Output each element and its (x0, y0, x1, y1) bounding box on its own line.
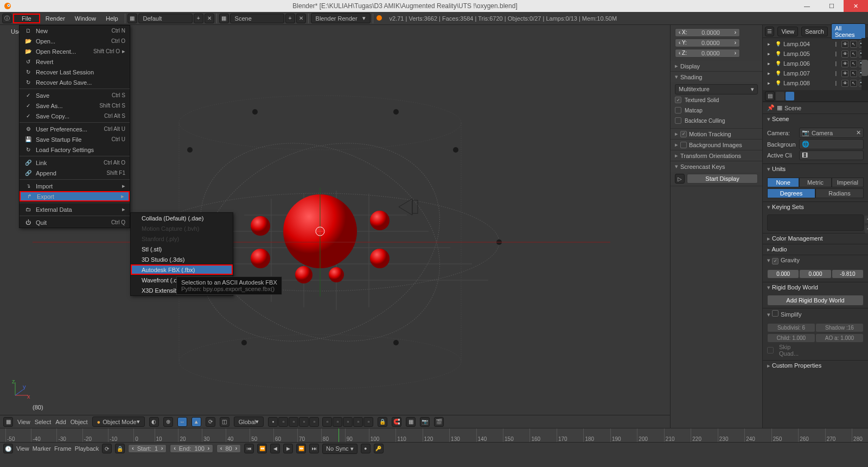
shading-mode-select[interactable]: Multitexture▾ (675, 84, 758, 94)
keying-panel-header[interactable]: Keying Sets (763, 202, 868, 212)
keying-add-icon[interactable]: + (864, 215, 868, 224)
scene-panel-header[interactable]: Scene (763, 114, 868, 124)
disclosure-icon[interactable]: ▸ (765, 61, 773, 66)
visibility-toggle[interactable]: 👁 (841, 41, 848, 48)
tl-jump-start-icon[interactable]: ⏮ (244, 444, 254, 453)
disclosure-icon[interactable]: ▸ (765, 71, 773, 76)
file-menu-revert[interactable]: ↺Revert (20, 56, 130, 67)
export-autodesk-fbx-fbx-[interactable]: Autodesk FBX (.fbx) (131, 264, 233, 275)
loc-y[interactable]: ‹ Y: 0.0000 › (675, 39, 740, 47)
vp-menu-view[interactable]: View (17, 419, 30, 425)
3d-viewport[interactable]: User (0, 25, 670, 428)
loc-z[interactable]: ‹ Z: 0.0000 › (675, 49, 740, 58)
gravity-y[interactable]: 0.000 (799, 269, 831, 279)
pin-icon[interactable]: 📌 (767, 104, 775, 111)
tl-menu-frame[interactable]: Frame (54, 445, 72, 452)
loc-x[interactable]: ‹ X: 0.0000 › (675, 28, 740, 37)
rigidbody-panel-header[interactable]: Rigid Body World (763, 282, 868, 293)
snap-icon[interactable]: 🧲 (392, 417, 401, 427)
select-toggle[interactable]: ↖ (850, 51, 857, 58)
panel-shading-header[interactable]: Shading (671, 72, 762, 82)
mode-selector[interactable]: ●Object Mode ▾ (92, 416, 145, 427)
file-menu-user-preferences-[interactable]: ⚙User Preferences...Ctrl Alt U (20, 124, 130, 134)
timeline-editor-icon[interactable]: 🕒 (3, 444, 13, 453)
tl-current[interactable]: ‹ 80 › (216, 444, 241, 453)
render-preview-icon[interactable]: 📷 (420, 417, 430, 427)
customprops-panel-header[interactable]: Custom Properties (763, 361, 868, 371)
layout-add-icon[interactable]: + (194, 14, 203, 23)
tl-lock-icon[interactable]: 🔒 (115, 444, 125, 453)
manip-translate-icon[interactable]: ▲ (192, 417, 201, 427)
tl-next-key-icon[interactable]: ⏩ (296, 444, 306, 453)
file-menu-new[interactable]: 🗋NewCtrl N (20, 26, 130, 36)
file-menu-open-recent-[interactable]: 📂Open Recent...Shift Ctrl O▸ (20, 46, 130, 56)
file-menu-external-data[interactable]: 🗀External Data▸ (20, 204, 130, 214)
file-menu-open-[interactable]: 📂Open...Ctrl O (20, 36, 130, 46)
chk-textured-solid[interactable]: ✓ (675, 97, 681, 103)
tl-menu-playback[interactable]: Playback (75, 445, 99, 452)
props-editor-icon[interactable]: ▤ (765, 91, 775, 101)
shading-solid-icon[interactable]: ◐ (149, 417, 159, 427)
tl-play-icon[interactable]: ▶ (283, 444, 293, 453)
select-toggle[interactable]: ↖ (850, 70, 857, 77)
panel-bgimg-header[interactable]: Background Images (671, 140, 762, 150)
units-panel-header[interactable]: Units (763, 164, 868, 174)
gravity-x[interactable]: 0.000 (767, 269, 799, 279)
simplify-panel-header[interactable]: Simplify (763, 308, 868, 320)
file-menu-save-as-[interactable]: ✓Save As...Shift Ctrl S (20, 100, 130, 111)
outliner-editor-icon[interactable]: ☰ (765, 27, 774, 36)
file-menu-recover-auto-save-[interactable]: ↻Recover Auto Save... (20, 77, 130, 87)
activeclip-field[interactable]: 🎞 (799, 150, 864, 160)
panel-motion-header[interactable]: ✓Motion Tracking (671, 129, 762, 139)
scene-del-icon[interactable]: ✕ (296, 14, 306, 23)
panel-screencast-header[interactable]: Screencast Keys (671, 161, 762, 172)
layer-buttons[interactable]: ▪▫▫▫▫ ▫▫▫▫▫ (268, 417, 373, 427)
start-display-button[interactable]: Start Display (687, 174, 758, 184)
select-toggle[interactable]: ↖ (850, 41, 857, 48)
colormgmt-panel-header[interactable]: Color Management (763, 234, 868, 244)
outliner-row[interactable]: ▸💡Lamp.005|👁↖📷 (763, 49, 868, 59)
export-collada-default-dae-[interactable]: Collada (Default) (.dae) (131, 213, 233, 223)
tl-start[interactable]: ‹ Start: 1 › (128, 444, 167, 453)
file-menu-save-startup-file[interactable]: 💾Save Startup FileCtrl U (20, 134, 130, 144)
keying-remove-icon[interactable]: − (864, 225, 868, 234)
render-engine-field[interactable]: Blender Render▾ (311, 13, 371, 23)
unit-angle-buttons[interactable]: Degrees Radians (767, 188, 864, 198)
menu-window[interactable]: Window (71, 14, 100, 23)
render-anim-icon[interactable]: 🎬 (434, 417, 444, 427)
screencast-play-icon[interactable]: ▷ (675, 174, 685, 184)
file-menu-save-copy-[interactable]: ✓Save Copy...Ctrl Alt S (20, 111, 130, 121)
close-button[interactable]: ✕ (844, 0, 868, 12)
camera-field[interactable]: 📷 Camera✕ (799, 128, 864, 138)
gravity-z[interactable]: -9.810 (832, 269, 864, 279)
manip-scale-icon[interactable]: ◫ (220, 417, 229, 427)
disclosure-icon[interactable]: ▸ (765, 51, 773, 56)
export-stl-stl-[interactable]: Stl (.stl) (131, 244, 233, 254)
keying-list[interactable]: + − (767, 214, 864, 231)
scene-add-icon[interactable]: + (285, 14, 295, 23)
export--d-studio-ds-[interactable]: 3D Studio (.3ds) (131, 254, 233, 264)
gravity-panel-header[interactable]: ✓Gravity (763, 255, 868, 266)
disclosure-icon[interactable]: ▸ (765, 41, 773, 47)
file-menu-append[interactable]: 🔗AppendShift F1 (20, 168, 130, 178)
tab-scene[interactable] (786, 92, 794, 100)
layout-del-icon[interactable]: ✕ (205, 14, 214, 23)
outliner-row[interactable]: ▸💡Lamp.007|👁↖📷 (763, 68, 868, 78)
visibility-toggle[interactable]: 👁 (841, 80, 848, 87)
tl-menu-marker[interactable]: Marker (33, 445, 51, 452)
tl-autokey-icon[interactable]: ● (361, 444, 371, 453)
chk-matcap[interactable] (675, 107, 681, 113)
outliner-search[interactable]: Search (801, 27, 828, 36)
outliner-row[interactable]: ▸💡Lamp.004|👁↖📷 (763, 39, 868, 49)
outliner-filter[interactable]: All Scenes (831, 23, 866, 40)
add-rigidbody-button[interactable]: Add Rigid Body World (767, 295, 864, 306)
visibility-toggle[interactable]: 👁 (841, 60, 848, 67)
tab-render[interactable] (776, 92, 784, 100)
tl-key-icon[interactable]: 🔑 (374, 444, 384, 453)
outliner-scrollbar[interactable] (861, 38, 868, 90)
tl-end[interactable]: ‹ End: 100 › (170, 444, 213, 453)
chk-backface[interactable] (675, 117, 681, 124)
select-toggle[interactable]: ↖ (850, 60, 857, 67)
editor-type-icon[interactable]: ⓘ (2, 14, 12, 23)
manipulator-icon[interactable]: ↔ (177, 417, 187, 427)
